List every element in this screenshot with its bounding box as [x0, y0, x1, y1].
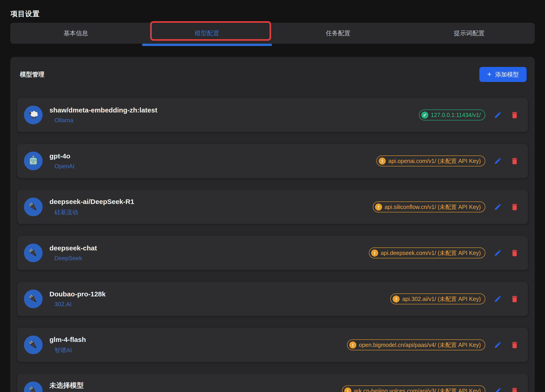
delete-model-button[interactable] — [510, 295, 519, 303]
tab-bar: 基本信息 模型配置 任务配置 提示词配置 — [10, 23, 535, 44]
edit-model-button[interactable] — [494, 111, 502, 119]
robot-icon — [24, 152, 43, 170]
tab-2[interactable]: 任务配置 — [272, 23, 404, 44]
model-info: shaw/dmeta-embedding-zh:latest Ollama — [50, 106, 157, 124]
edit-model-button[interactable] — [494, 249, 502, 257]
delete-model-button[interactable] — [510, 157, 519, 165]
tab-0[interactable]: 基本信息 — [10, 23, 142, 44]
model-provider-link[interactable]: 硅基流动 — [50, 208, 134, 216]
trash-icon — [510, 157, 519, 165]
model-name: Doubao-pro-128k — [50, 290, 106, 298]
model-name: 未选择模型 — [50, 381, 84, 390]
status-dot-icon: ! — [349, 341, 356, 349]
plug-icon — [24, 289, 43, 308]
endpoint-status-badge: ! api.deepseek.com/v1/ (未配置 API Key) — [369, 247, 485, 258]
model-row: deepseek-ai/DeepSeek-R1 硅基流动 ! api.silic… — [17, 190, 528, 224]
model-list-item: deepseek-ai/DeepSeek-R1 硅基流动 ! api.silic… — [17, 190, 528, 224]
status-dot-icon: ✓ — [421, 112, 428, 119]
trash-icon — [510, 203, 519, 211]
pencil-icon — [494, 295, 502, 303]
endpoint-text: open.bigmodel.cn/api/paas/v4/ (未配置 API K… — [359, 341, 481, 349]
endpoint-status-badge: ! ark.cn-beijing.volces.com/api/v3/ (未配置… — [342, 385, 485, 392]
plug-icon — [24, 381, 43, 392]
pencil-icon — [494, 203, 502, 211]
model-name: glm-4-flash — [50, 336, 86, 344]
model-row-actions: ! open.bigmodel.cn/api/paas/v4/ (未配置 API… — [347, 339, 519, 350]
model-list-item: 未选择模型 火山引擎 ! ark.cn-beijing.volces.com/a… — [17, 374, 528, 392]
add-model-button-label: 添加模型 — [495, 71, 519, 78]
model-name: shaw/dmeta-embedding-zh:latest — [50, 106, 157, 114]
delete-model-button[interactable] — [510, 387, 519, 392]
endpoint-status-badge: ! open.bigmodel.cn/api/paas/v4/ (未配置 API… — [347, 339, 485, 350]
tab-label: 基本信息 — [64, 29, 88, 37]
plus-icon: + — [487, 71, 491, 78]
model-name: deepseek-ai/DeepSeek-R1 — [50, 198, 134, 205]
project-settings-page: 项目设置 基本信息 模型配置 任务配置 提示词配置 模型管理 + 添加模型 sh… — [0, 0, 545, 392]
add-model-button[interactable]: + 添加模型 — [479, 67, 526, 82]
model-row: deepseek-chat DeepSeek ! api.deepseek.co… — [17, 236, 528, 270]
tab-3[interactable]: 提示词配置 — [404, 23, 535, 44]
delete-model-button[interactable] — [510, 249, 519, 257]
tab-label: 模型配置 — [195, 29, 219, 37]
edit-model-button[interactable] — [494, 295, 502, 303]
model-list-item: shaw/dmeta-embedding-zh:latest Ollama ✓ … — [17, 98, 528, 132]
tab-label: 任务配置 — [326, 29, 350, 37]
trash-icon — [510, 295, 519, 303]
model-provider-link[interactable]: OpenAI — [50, 163, 74, 170]
model-row-actions: ! api.302.ai/v1/ (未配置 API Key) — [390, 293, 519, 304]
pencil-icon — [494, 249, 502, 257]
trash-icon — [510, 341, 519, 349]
model-info: deepseek-chat DeepSeek — [50, 244, 97, 262]
trash-icon — [510, 387, 519, 392]
model-provider-link[interactable]: 302.AI — [50, 301, 106, 308]
edit-model-button[interactable] — [494, 203, 502, 211]
active-tab-underline — [142, 44, 272, 46]
delete-model-button[interactable] — [510, 341, 519, 349]
model-list: shaw/dmeta-embedding-zh:latest Ollama ✓ … — [17, 98, 528, 392]
delete-model-button[interactable] — [510, 111, 519, 119]
model-config-panel: 模型管理 + 添加模型 shaw/dmeta-embedding-zh:late… — [10, 57, 535, 392]
model-row: gpt-4o OpenAI ! api.openai.com/v1/ (未配置 … — [17, 144, 528, 178]
model-row-actions: ! api.deepseek.com/v1/ (未配置 API Key) — [369, 247, 519, 258]
model-name: gpt-4o — [50, 152, 74, 160]
pencil-icon — [494, 387, 502, 392]
panel-header: 模型管理 + 添加模型 — [17, 57, 528, 82]
delete-model-button[interactable] — [510, 203, 519, 211]
model-name: deepseek-chat — [50, 244, 97, 252]
edit-model-button[interactable] — [494, 387, 502, 392]
status-dot-icon: ! — [379, 157, 386, 165]
endpoint-text: api.openai.com/v1/ (未配置 API Key) — [388, 157, 481, 165]
tab-label: 提示词配置 — [454, 29, 485, 37]
status-dot-icon: ! — [375, 204, 382, 211]
model-row-actions: ✓ 127.0.0.1:11434/v1/ — [419, 109, 519, 121]
model-row-actions: ! api.openai.com/v1/ (未配置 API Key) — [376, 156, 519, 166]
model-row: 未选择模型 火山引擎 ! ark.cn-beijing.volces.com/a… — [17, 374, 528, 392]
tab-1[interactable]: 模型配置 — [142, 23, 273, 44]
endpoint-status-badge: ! api.openai.com/v1/ (未配置 API Key) — [376, 156, 485, 166]
endpoint-status-badge: ! api.302.ai/v1/ (未配置 API Key) — [390, 293, 485, 304]
model-list-item: glm-4-flash 智谱AI ! open.bigmodel.cn/api/… — [17, 328, 528, 362]
pencil-icon — [494, 341, 502, 349]
endpoint-status-badge: ! api.siliconflow.cn/v1/ (未配置 API Key) — [373, 201, 485, 212]
sheep-icon — [24, 106, 43, 124]
model-row: shaw/dmeta-embedding-zh:latest Ollama ✓ … — [17, 98, 528, 132]
edit-model-button[interactable] — [494, 341, 502, 349]
model-list-item: deepseek-chat DeepSeek ! api.deepseek.co… — [17, 236, 528, 270]
endpoint-text: 127.0.0.1:11434/v1/ — [431, 112, 481, 118]
model-provider-link[interactable]: Ollama — [50, 117, 157, 124]
model-provider-link[interactable]: DeepSeek — [50, 255, 97, 262]
edit-model-button[interactable] — [494, 157, 502, 165]
plug-icon — [24, 336, 43, 354]
model-provider-link[interactable]: 智谱AI — [50, 346, 86, 354]
endpoint-text: api.siliconflow.cn/v1/ (未配置 API Key) — [384, 203, 481, 211]
panel-title: 模型管理 — [20, 70, 44, 78]
pencil-icon — [494, 111, 502, 119]
endpoint-text: ark.cn-beijing.volces.com/api/v3/ (未配置 A… — [354, 387, 481, 392]
trash-icon — [510, 249, 519, 257]
endpoint-text: api.302.ai/v1/ (未配置 API Key) — [402, 295, 481, 303]
page-title: 项目设置 — [11, 9, 40, 19]
model-row: glm-4-flash 智谱AI ! open.bigmodel.cn/api/… — [17, 328, 528, 362]
model-info: deepseek-ai/DeepSeek-R1 硅基流动 — [50, 198, 134, 216]
trash-icon — [510, 111, 519, 119]
plug-icon — [24, 244, 43, 262]
